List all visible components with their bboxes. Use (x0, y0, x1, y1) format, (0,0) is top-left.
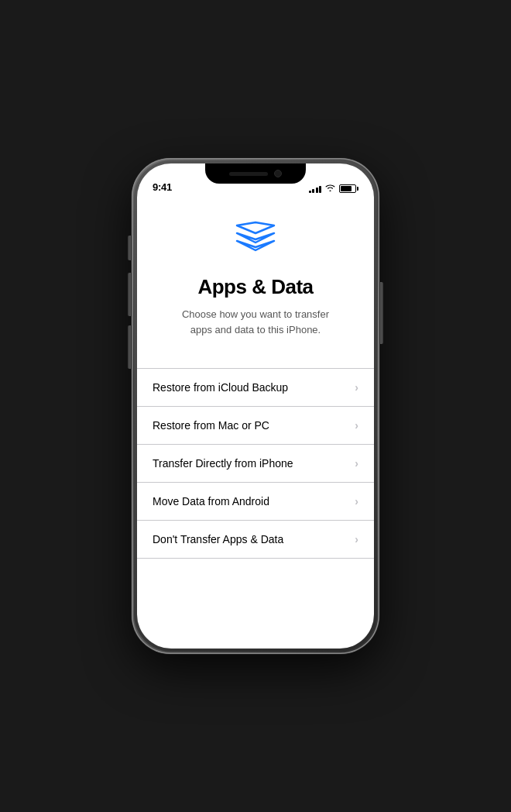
signal-icon (309, 184, 322, 193)
chevron-icon-no-transfer: › (355, 533, 358, 545)
page-subtitle: Choose how you want to transfer apps and… (170, 307, 341, 337)
signal-bar-2 (312, 189, 314, 193)
option-mac-pc[interactable]: Restore from Mac or PC › (137, 407, 374, 445)
option-no-transfer[interactable]: Don't Transfer Apps & Data › (137, 521, 374, 559)
chevron-icon-android: › (355, 495, 358, 508)
volume-down-button[interactable] (128, 325, 131, 369)
chevron-icon-mac-pc: › (355, 419, 358, 432)
mute-button[interactable] (128, 236, 131, 260)
option-icloud[interactable]: Restore from iCloud Backup › (137, 369, 374, 407)
option-label-mac-pc: Restore from Mac or PC (153, 419, 269, 432)
option-label-no-transfer: Don't Transfer Apps & Data (153, 533, 283, 545)
phone-screen: 9:41 (137, 163, 374, 649)
phone-inner-bezel: 9:41 (134, 160, 377, 652)
battery-icon (339, 184, 358, 193)
options-list: Restore from iCloud Backup › Restore fro… (137, 368, 374, 559)
option-label-iphone-direct: Transfer Directly from iPhone (153, 457, 293, 470)
signal-bar-3 (316, 188, 318, 193)
chevron-icon-icloud: › (355, 381, 358, 394)
wifi-icon (325, 184, 335, 193)
option-iphone-direct[interactable]: Transfer Directly from iPhone › (137, 445, 374, 483)
volume-up-button[interactable] (128, 273, 131, 316)
option-label-android: Move Data from Android (153, 495, 269, 508)
page-title: Apps & Data (197, 275, 313, 299)
option-label-icloud: Restore from iCloud Backup (153, 381, 288, 394)
speaker (229, 172, 268, 176)
chevron-icon-iphone-direct: › (355, 457, 358, 470)
status-icons (309, 184, 359, 193)
status-time: 9:41 (153, 181, 172, 193)
signal-bar-1 (309, 191, 311, 193)
option-android[interactable]: Move Data from Android › (137, 483, 374, 521)
screen-content: Apps & Data Choose how you want to trans… (137, 198, 374, 649)
battery-tip (357, 187, 358, 191)
battery-fill (341, 186, 352, 191)
notch (205, 163, 306, 184)
signal-bar-4 (319, 186, 321, 193)
front-camera (274, 170, 282, 177)
apps-data-icon (232, 221, 279, 264)
phone-device: 9:41 (132, 158, 379, 654)
power-button[interactable] (380, 282, 383, 344)
hero-section: Apps & Data Choose how you want to trans… (137, 213, 374, 353)
